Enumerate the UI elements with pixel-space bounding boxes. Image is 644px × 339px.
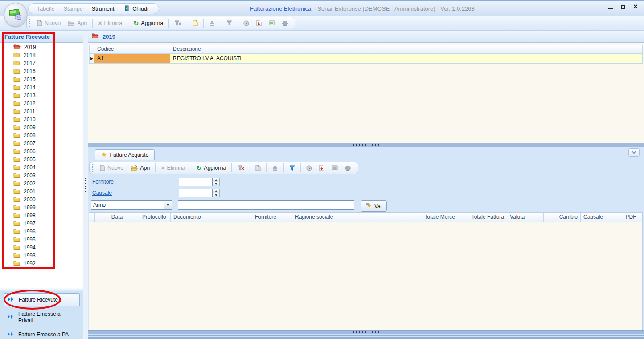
sidebar-year-2018[interactable]: 2018 xyxy=(0,51,83,59)
grid-column-header-pdf[interactable]: PDF xyxy=(619,213,642,222)
vai-button[interactable]: Vai xyxy=(361,200,387,212)
search-field-combobox[interactable]: Anno xyxy=(91,200,172,210)
invoices-toolbar-button-history[interactable] xyxy=(303,164,316,172)
spin-down-button[interactable] xyxy=(213,182,219,186)
toolbar-grip[interactable] xyxy=(29,19,30,27)
sidebar-year-2007[interactable]: 2007 xyxy=(0,139,83,147)
grid-column-header-documento[interactable]: Documento xyxy=(171,213,252,222)
invoices-toolbar-button-nuovo[interactable]: Nuovo xyxy=(96,163,127,172)
sidebar-year-1998[interactable]: 1998 xyxy=(0,212,83,220)
spin-up-button[interactable] xyxy=(213,178,219,182)
sidebar-year-1995[interactable]: 1995 xyxy=(0,236,83,244)
invoices-toolbar-button-apri[interactable]: Apri xyxy=(127,163,153,172)
toolbar-separator xyxy=(155,163,156,172)
fornitore-input[interactable] xyxy=(179,178,213,186)
grid-column-header-fornitore[interactable]: Fornitore xyxy=(252,213,292,222)
causale-link[interactable]: Causale xyxy=(92,190,112,196)
sidebar-year-1999[interactable]: 1999 xyxy=(0,204,83,212)
sidebar-year-2011[interactable]: 2011 xyxy=(0,107,83,115)
sidebar-year-2000[interactable]: 2000 xyxy=(0,196,83,204)
nav-item-fatture-emesse-a-pa[interactable]: Fatture Emesse a PA xyxy=(4,328,80,339)
bottom-splitter[interactable] xyxy=(88,330,644,334)
sidebar-year-2004[interactable]: 2004 xyxy=(0,163,83,172)
sidebar-year-1996[interactable]: 1996 xyxy=(0,228,83,236)
toolbar-button-export-pdf[interactable] xyxy=(253,19,265,28)
sidebar-year-2016[interactable]: 2016 xyxy=(0,67,83,75)
grid-column-header-protocollo[interactable]: Protocollo xyxy=(139,213,171,222)
toolbar-button-elimina[interactable]: ×Elimina xyxy=(94,19,126,28)
sidebar-year-2017[interactable]: 2017 xyxy=(0,59,83,67)
grid-column-header-causale[interactable]: Causale xyxy=(581,213,619,222)
toolbar-button-tools[interactable] xyxy=(279,19,291,28)
grid-column-header-ragione-sociale[interactable]: Ragione sociale xyxy=(292,213,407,222)
invoices-toolbar-button-filter[interactable] xyxy=(286,164,299,172)
toolbar-button-monitor[interactable] xyxy=(265,19,279,27)
menu-item-stampe[interactable]: Stampe xyxy=(60,5,87,13)
grid-column-header-totale-merce[interactable]: Totale Merce xyxy=(407,213,458,222)
causale-input[interactable] xyxy=(179,189,213,197)
sidebar-year-2003[interactable]: 2003 xyxy=(0,172,83,180)
sidebar-year-2019[interactable]: 2019 xyxy=(0,43,83,51)
collapse-panel-button[interactable] xyxy=(628,148,640,157)
grid-column-header-valuta[interactable]: Valuta xyxy=(507,213,544,222)
toolbar-button-nuovo[interactable]: Nuovo xyxy=(33,19,64,28)
sidebar-year-2005[interactable]: 2005 xyxy=(0,155,83,163)
menu-item-chiudi[interactable]: Chiudi xyxy=(120,4,152,13)
invoices-toolbar-button-elimina[interactable]: ×Elimina xyxy=(157,163,189,172)
combobox-dropdown-button[interactable] xyxy=(164,201,172,209)
sidebar-year-1993[interactable]: 1993 xyxy=(0,252,83,260)
fornitore-link[interactable]: Fornitore xyxy=(92,179,114,185)
grid-column-header-data[interactable]: Data xyxy=(95,213,139,222)
nav-item-fatture-ricevute[interactable]: Fatture Ricevute xyxy=(4,293,80,306)
cell-codice[interactable]: A1 xyxy=(94,54,170,63)
sidebar-year-2013[interactable]: 2013 xyxy=(0,91,83,99)
toolbar-button-clear-filter[interactable] xyxy=(171,19,185,28)
invoices-toolbar-button-new-page[interactable] xyxy=(252,163,264,172)
sidebar-year-1997[interactable]: 1997 xyxy=(0,220,83,228)
toolbar-button-filter[interactable] xyxy=(223,19,236,28)
grid-column-header-cambio[interactable]: Cambio xyxy=(544,213,581,222)
sidebar-year-2014[interactable]: 2014 xyxy=(0,83,83,91)
invoices-toolbar-button-export-pdf[interactable] xyxy=(316,163,328,172)
column-header-descrizione[interactable]: Descrizione xyxy=(170,45,642,54)
invoices-toolbar-button-stamp[interactable] xyxy=(268,164,282,172)
toolbar-grip[interactable] xyxy=(92,164,93,172)
invoices-toolbar-button-monitor[interactable] xyxy=(328,164,341,172)
spin-up-button[interactable] xyxy=(213,189,219,193)
invoices-toolbar-button-clear-filter[interactable] xyxy=(234,164,248,172)
sidebar-year-2009[interactable]: 2009 xyxy=(0,123,83,131)
column-header-codice[interactable]: Codice xyxy=(94,45,170,54)
tab-fatture-acquisto[interactable]: ★ Fatture Acquisto xyxy=(95,149,155,160)
vertical-splitter[interactable] xyxy=(83,31,88,339)
sidebar-year-2001[interactable]: 2001 xyxy=(0,188,83,196)
toolbar-button-apri[interactable]: Apri xyxy=(64,19,90,28)
invoices-toolbar-button-tools[interactable] xyxy=(341,164,354,172)
cell-descrizione[interactable]: REGISTRO I.V.A. ACQUISTI xyxy=(170,54,642,63)
toolbar-button-aggiorna[interactable]: ↻Aggiorna xyxy=(130,19,167,28)
menu-item-strumenti[interactable]: Strumenti xyxy=(88,5,120,13)
sidebar-year-2006[interactable]: 2006 xyxy=(0,147,83,155)
minimize-button[interactable] xyxy=(607,3,614,10)
toolbar-button-new-page[interactable] xyxy=(189,19,201,28)
sidebar-year-1992[interactable]: 1992 xyxy=(0,260,83,268)
sidebar-year-1994[interactable]: 1994 xyxy=(0,244,83,252)
sidebar-year-2015[interactable]: 2015 xyxy=(0,75,83,83)
maximize-button[interactable] xyxy=(619,3,627,10)
toolbar-button-history[interactable] xyxy=(240,19,253,28)
sidebar-year-2012[interactable]: 2012 xyxy=(0,99,83,107)
grid-column-header-totale-fattura[interactable]: Totale Fattura xyxy=(458,213,507,222)
sidebar-year-2002[interactable]: 2002 xyxy=(0,180,83,188)
close-button[interactable]: × xyxy=(632,3,639,10)
sidebar-splitter[interactable] xyxy=(0,288,83,291)
nav-item-fatture-emesse-a-privati[interactable]: Fatture Emesse a Privati xyxy=(4,310,80,324)
menu-item-tabelle[interactable]: Tabelle xyxy=(33,5,59,13)
horizontal-splitter[interactable] xyxy=(88,143,644,147)
toolbar-button-stamp[interactable] xyxy=(205,19,219,28)
sidebar-year-2008[interactable]: 2008 xyxy=(0,131,83,139)
table-row[interactable]: ▶A1REGISTRO I.V.A. ACQUISTI xyxy=(90,54,642,63)
spin-down-button[interactable] xyxy=(213,193,219,197)
application-logo[interactable] xyxy=(4,3,27,27)
sidebar-year-2010[interactable]: 2010 xyxy=(0,115,83,123)
invoices-toolbar-button-aggiorna[interactable]: ↻Aggiorna xyxy=(193,163,230,172)
search-input[interactable] xyxy=(178,200,354,210)
